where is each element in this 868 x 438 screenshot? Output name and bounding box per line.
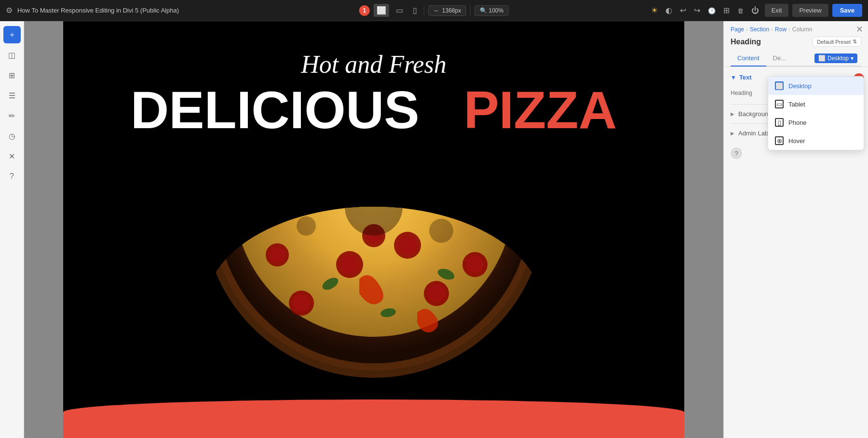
red-wave: [63, 399, 684, 438]
zoom-display: 🔍 100%: [475, 5, 509, 16]
pizza-banner: Hot and Fresh DELICIOUS PIZZA: [63, 21, 684, 438]
dropdown-desktop-icon: ⬜: [775, 81, 784, 90]
panel-tabs: Content De... ⬜ Desktop ▾: [731, 51, 861, 66]
pepperoni-1-inner: [340, 255, 359, 274]
canvas-wrapper: Hot and Fresh DELICIOUS PIZZA: [63, 21, 684, 438]
trash-btn[interactable]: [735, 4, 746, 17]
admin-label-expand-icon: ▶: [731, 131, 734, 136]
tab-device-dropdown: ⬜ Desktop ▾: [814, 51, 861, 66]
zoom-value: 100%: [489, 7, 504, 14]
phone-view-btn[interactable]: ▯: [410, 4, 420, 17]
breadcrumb-sep-2: ›: [771, 26, 773, 33]
sidebar-item-history[interactable]: ◷: [3, 127, 21, 145]
history-btn[interactable]: [706, 4, 718, 17]
separator: [424, 6, 424, 15]
preview-button[interactable]: Preview: [792, 4, 828, 17]
main-area: ＋ ◫ ⊞ ☰ ✏ ◷ ✕ ? Hot and Fresh DELICIOUS …: [0, 21, 868, 438]
breadcrumb-sep-1: ›: [746, 26, 748, 33]
main-heading: DELICIOUS PIZZA: [131, 83, 617, 136]
redo-btn[interactable]: [692, 4, 702, 17]
dropdown-phone-label: Phone: [788, 119, 807, 126]
panel-heading-label: Heading: [731, 38, 761, 46]
pepperoni-7-inner: [270, 247, 285, 263]
breadcrumb-sep-3: ›: [788, 26, 790, 33]
device-icon-current: ⬜: [818, 55, 826, 62]
preset-chevron: ⇅: [853, 39, 857, 45]
dropdown-hover-icon: ⊕: [775, 136, 784, 145]
device-select-btn[interactable]: ⬜ Desktop ▾: [814, 53, 857, 63]
pepperoni-2-inner: [398, 236, 417, 255]
sidebar-item-paint[interactable]: ✏: [3, 107, 21, 124]
dropdown-item-phone[interactable]: ▯ Phone: [768, 113, 864, 132]
tab-design-label: De...: [773, 54, 786, 62]
pepperoni-3-inner: [293, 294, 310, 312]
dropdown-item-tablet[interactable]: ▭ Tablet: [768, 95, 864, 113]
canvas-area: Hot and Fresh DELICIOUS PIZZA: [24, 21, 723, 438]
dropdown-hover-label: Hover: [788, 137, 805, 145]
theme-toggle-moon[interactable]: [664, 4, 674, 17]
pizza-word: PIZZA: [463, 80, 617, 139]
desktop-view-btn[interactable]: ⬜: [374, 4, 389, 17]
panel-header: Page › Section › Row › Column ✕ Heading …: [724, 21, 868, 67]
background-section-expand-icon: ▶: [731, 111, 734, 117]
power-btn[interactable]: [749, 4, 761, 17]
dropdown-desktop-label: Desktop: [788, 82, 812, 90]
preset-button[interactable]: Default Preset ⇅: [813, 37, 861, 47]
pizza-image: [205, 207, 542, 409]
sidebar-item-grid[interactable]: ⊞: [3, 66, 21, 84]
device-chevron: ▾: [851, 55, 854, 62]
sidebar-item-help[interactable]: ?: [3, 168, 21, 185]
heading-field-label: Heading: [731, 90, 769, 96]
preset-label: Default Preset: [817, 39, 851, 45]
pizza-svg: [205, 207, 542, 409]
background-section-label: Background: [738, 110, 772, 118]
device-label-current: Desktop: [827, 55, 849, 62]
dropdown-phone-icon: ▯: [775, 118, 784, 127]
left-sidebar: ＋ ◫ ⊞ ☰ ✏ ◷ ✕ ?: [0, 21, 24, 438]
tablet-view-btn[interactable]: ▭: [393, 4, 406, 17]
tab-design[interactable]: De...: [766, 51, 793, 66]
breadcrumb-column[interactable]: Column: [792, 26, 812, 33]
tab-content-label: Content: [737, 54, 760, 62]
save-button[interactable]: Save: [832, 4, 862, 17]
separator2: [470, 6, 471, 15]
theme-toggle-sun[interactable]: [649, 4, 660, 17]
sidebar-item-layers[interactable]: ◫: [3, 46, 21, 64]
text-section-collapse-icon: ▼: [731, 74, 736, 81]
zoom-icon: 🔍: [480, 7, 487, 14]
breadcrumb-page[interactable]: Page: [731, 26, 744, 33]
exit-button[interactable]: Exit: [765, 4, 789, 17]
badge-1: 1: [359, 5, 370, 16]
breadcrumb-row[interactable]: Row: [775, 26, 787, 33]
panel-close-button[interactable]: ✕: [856, 25, 863, 34]
burn-spot-2: [297, 216, 316, 236]
text-section-label: Text: [739, 74, 752, 81]
settings-icon[interactable]: ⚙: [6, 6, 13, 15]
dropdown-item-hover[interactable]: ⊕ Hover: [768, 132, 864, 150]
page-settings-btn[interactable]: [721, 4, 732, 17]
pepperoni-6-inner: [466, 256, 484, 273]
right-panel: Page › Section › Row › Column ✕ Heading …: [723, 21, 868, 438]
undo-btn[interactable]: [678, 4, 688, 17]
help-button[interactable]: ?: [731, 147, 742, 159]
sidebar-item-tools[interactable]: ✕: [3, 147, 21, 165]
pepperoni-4-inner: [428, 285, 445, 302]
resize-icon: ↔: [434, 7, 439, 14]
delicious-word: DELICIOUS: [131, 80, 420, 139]
topbar-right: Exit Preview Save: [649, 4, 862, 17]
device-dropdown-overlay: ⬜ Desktop ▭ Tablet ▯ Phone ⊕ Hover: [768, 76, 864, 150]
topbar: ⚙ How To Master Responsive Editing in Di…: [0, 0, 868, 21]
breadcrumb-section[interactable]: Section: [750, 26, 769, 33]
heading-row: Heading Default Preset ⇅: [731, 37, 861, 47]
sidebar-item-add[interactable]: ＋: [3, 26, 21, 43]
tab-content[interactable]: Content: [731, 51, 766, 66]
topbar-center-controls: 1 ⬜ ▭ ▯ ↔ 1368px 🔍 100%: [359, 4, 509, 17]
page-title: How To Master Responsive Editing in Divi…: [17, 7, 644, 14]
dropdown-item-desktop[interactable]: ⬜ Desktop: [768, 77, 864, 95]
dropdown-tablet-label: Tablet: [788, 101, 805, 108]
width-value: 1368px: [442, 7, 461, 14]
breadcrumb: Page › Section › Row › Column: [731, 26, 861, 33]
sidebar-item-library[interactable]: ☰: [3, 87, 21, 104]
hot-fresh-heading: Hot and Fresh: [301, 50, 446, 79]
width-display: ↔ 1368px: [428, 5, 466, 16]
